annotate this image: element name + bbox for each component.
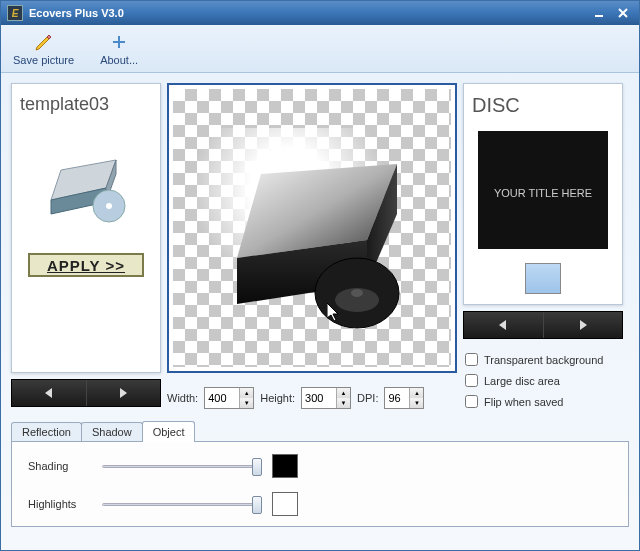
svg-marker-16 — [580, 320, 587, 330]
slider-track — [102, 465, 262, 468]
transparent-bg-checkbox[interactable] — [465, 353, 478, 366]
dpi-up[interactable]: ▲ — [410, 388, 423, 398]
template-title: template03 — [20, 94, 152, 115]
highlights-row: Highlights — [28, 492, 612, 516]
svg-marker-6 — [45, 388, 52, 398]
highlights-label: Highlights — [28, 498, 92, 510]
width-spinner[interactable]: ▲▼ — [204, 387, 254, 409]
svg-marker-15 — [499, 320, 506, 330]
height-label: Height: — [260, 392, 295, 404]
height-spinner[interactable]: ▲▼ — [301, 387, 351, 409]
triangle-right-icon — [119, 388, 127, 398]
preview-canvas[interactable] — [167, 83, 457, 373]
transparent-bg-label: Transparent background — [484, 354, 603, 366]
app-icon: E — [7, 5, 23, 21]
options-checks: Transparent background Large disc area F… — [463, 353, 623, 408]
about-button[interactable]: About... — [96, 30, 142, 68]
flip-label: Flip when saved — [484, 396, 564, 408]
template-nav — [11, 379, 161, 407]
svg-marker-7 — [120, 388, 127, 398]
content-area: template03 APPLY >> — [1, 73, 639, 415]
pencil-icon — [34, 32, 54, 52]
shading-thumb[interactable] — [252, 458, 262, 476]
width-down[interactable]: ▼ — [240, 398, 253, 408]
transparent-bg-check[interactable]: Transparent background — [465, 353, 623, 366]
large-disc-checkbox[interactable] — [465, 374, 478, 387]
height-input[interactable] — [302, 388, 336, 408]
close-icon — [618, 8, 628, 18]
disc-prev-button[interactable] — [464, 312, 544, 338]
disc-panel: DISC YOUR TITLE HERE — [463, 83, 623, 305]
triangle-left-icon — [45, 388, 53, 398]
template-thumbnail — [26, 135, 146, 235]
minimize-button[interactable] — [589, 5, 609, 21]
disc-nav — [463, 311, 623, 339]
highlights-thumb[interactable] — [252, 496, 262, 514]
dpi-label: DPI: — [357, 392, 378, 404]
apply-button[interactable]: APPLY >> — [28, 253, 144, 277]
tab-reflection[interactable]: Reflection — [11, 422, 82, 441]
shading-row: Shading — [28, 454, 612, 478]
shading-slider[interactable] — [102, 457, 262, 475]
save-picture-button[interactable]: Save picture — [9, 30, 78, 68]
highlights-color-box[interactable] — [272, 492, 298, 516]
tabs-area: Reflection Shadow Object Shading Highlig… — [11, 419, 629, 527]
slider-track — [102, 503, 262, 506]
large-disc-label: Large disc area — [484, 375, 560, 387]
close-button[interactable] — [613, 5, 633, 21]
minimize-icon — [594, 8, 604, 18]
shading-label: Shading — [28, 460, 92, 472]
triangle-right-icon — [579, 320, 587, 330]
save-picture-label: Save picture — [13, 54, 74, 66]
template-panel: template03 APPLY >> — [11, 83, 161, 373]
tab-body-object: Shading Highlights — [11, 441, 629, 527]
highlights-slider[interactable] — [102, 495, 262, 513]
titlebar: E Ecovers Plus V3.0 — [1, 1, 639, 25]
tab-strip: Reflection Shadow Object — [11, 419, 629, 441]
flip-checkbox[interactable] — [465, 395, 478, 408]
dpi-input[interactable] — [385, 388, 409, 408]
app-window: E Ecovers Plus V3.0 Save picture About..… — [0, 0, 640, 551]
disc-next-button[interactable] — [544, 312, 623, 338]
window-title: Ecovers Plus V3.0 — [29, 7, 589, 19]
tab-object[interactable]: Object — [142, 421, 196, 442]
width-up[interactable]: ▲ — [240, 388, 253, 398]
width-input[interactable] — [205, 388, 239, 408]
checker-background — [173, 89, 451, 367]
disc-title: DISC — [472, 94, 614, 117]
shading-color-box[interactable] — [272, 454, 298, 478]
dpi-down[interactable]: ▼ — [410, 398, 423, 408]
disc-thumb-text: YOUR TITLE HERE — [494, 187, 592, 199]
plus-icon — [109, 32, 129, 52]
toolbar: Save picture About... — [1, 25, 639, 73]
svg-point-14 — [351, 289, 363, 297]
height-down[interactable]: ▼ — [337, 398, 350, 408]
disc-color-swatch[interactable] — [525, 263, 561, 294]
template-next-button[interactable] — [87, 380, 161, 406]
cursor-icon — [327, 303, 341, 323]
left-column: template03 APPLY >> — [11, 83, 161, 409]
rendered-object — [197, 128, 427, 328]
dimensions-row: Width: ▲▼ Height: ▲▼ DPI: ▲▼ — [167, 387, 457, 409]
triangle-left-icon — [499, 320, 507, 330]
height-up[interactable]: ▲ — [337, 388, 350, 398]
svg-rect-0 — [595, 15, 603, 17]
right-column: DISC YOUR TITLE HERE Transparent backgro… — [463, 83, 623, 409]
width-label: Width: — [167, 392, 198, 404]
template-prev-button[interactable] — [12, 380, 87, 406]
center-column: Width: ▲▼ Height: ▲▼ DPI: ▲▼ — [167, 83, 457, 409]
tab-shadow[interactable]: Shadow — [81, 422, 143, 441]
disc-thumbnail: YOUR TITLE HERE — [478, 131, 608, 249]
dpi-spinner[interactable]: ▲▼ — [384, 387, 424, 409]
svg-point-5 — [106, 203, 112, 209]
flip-check[interactable]: Flip when saved — [465, 395, 623, 408]
about-label: About... — [100, 54, 138, 66]
large-disc-check[interactable]: Large disc area — [465, 374, 623, 387]
